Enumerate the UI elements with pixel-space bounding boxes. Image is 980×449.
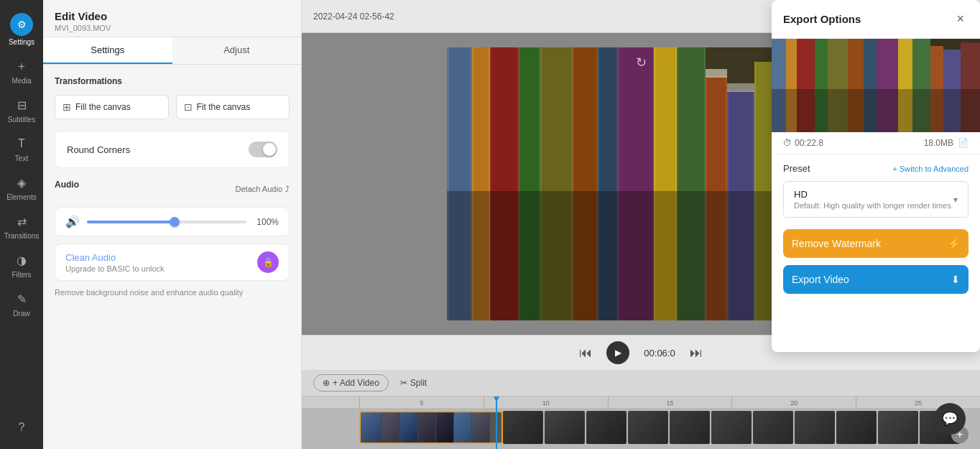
export-close-button[interactable]: × xyxy=(952,10,969,28)
sidebar-item-settings[interactable]: ⚙ Settings xyxy=(0,7,43,52)
add-video-button[interactable]: ⊕ + Add Video xyxy=(313,374,389,392)
ruler-mark-15: 15 xyxy=(608,397,732,408)
export-duration: ⏱ 00:22.8 xyxy=(783,138,823,148)
clip-selected[interactable] xyxy=(359,411,503,444)
round-corners-row: Round Corners xyxy=(55,131,290,168)
detach-audio-label: Detach Audio xyxy=(236,185,282,193)
edit-filename: MVI_0093.MOV xyxy=(55,24,290,32)
ruler-mark-25: 25 xyxy=(856,397,980,408)
clip-7[interactable] xyxy=(753,411,793,444)
skip-forward-button[interactable]: ⏭ xyxy=(690,346,703,361)
clip-1[interactable] xyxy=(503,411,543,444)
clean-audio-lock-badge[interactable]: 🔒 xyxy=(257,251,279,273)
fit-canvas-button[interactable]: ⊡ Fit the canvas xyxy=(176,95,290,119)
ruler-mark-5: 5 xyxy=(359,397,484,408)
play-icon: ▶ xyxy=(615,348,621,358)
preset-chevron-icon: ▾ xyxy=(953,195,958,205)
audio-slider[interactable] xyxy=(87,221,246,223)
sidebar-label-transitions: Transitions xyxy=(4,232,40,240)
clip-10[interactable] xyxy=(878,411,918,444)
export-video-button[interactable]: Export Video ⬇ xyxy=(783,265,969,294)
clip-thumb-1 xyxy=(361,412,382,443)
preset-select-box[interactable]: HD Default: High quality with longer ren… xyxy=(783,181,969,218)
audio-title: Audio xyxy=(55,180,79,190)
skip-back-button[interactable]: ⏮ xyxy=(579,346,592,361)
ruler-mark-10: 10 xyxy=(484,397,608,408)
download-icon: ⬇ xyxy=(951,274,960,285)
sidebar-item-media[interactable]: ＋ Media xyxy=(0,52,43,91)
tab-settings[interactable]: Settings xyxy=(43,37,172,64)
timeline-controls: ⊕ + Add Video ✂ Split xyxy=(302,370,980,397)
add-video-icon: ⊕ xyxy=(323,378,330,388)
rotate-icon: ↻ xyxy=(636,55,647,70)
sidebar-label-elements: Elements xyxy=(6,193,37,201)
file-size-value: 18.0MB xyxy=(924,138,953,148)
sidebar-item-subtitles[interactable]: ⊟ Subtitles xyxy=(0,91,43,129)
clips-row xyxy=(302,408,980,447)
clean-audio-title: Clean Audio xyxy=(65,252,165,263)
file-icon: 📄 xyxy=(958,138,969,148)
chat-bubble-button[interactable]: 💬 xyxy=(934,403,966,435)
lock-icon: 🔒 xyxy=(263,257,274,267)
export-thumb-svg xyxy=(772,39,980,132)
tab-adjust[interactable]: Adjust xyxy=(172,37,302,64)
remove-watermark-label: Remove Watermark xyxy=(792,238,881,249)
detach-audio-icon: ⤴ xyxy=(285,185,290,193)
detach-audio-button[interactable]: Detach Audio ⤴ xyxy=(236,185,290,193)
sidebar-item-elements[interactable]: ◈ Elements xyxy=(0,168,43,207)
sidebar-item-draw[interactable]: ✎ Draw xyxy=(0,284,43,323)
clip-thumb-6 xyxy=(454,412,472,443)
sidebar-label-media: Media xyxy=(11,77,31,85)
clean-audio-subtitle: Upgrade to BASIC to unlock xyxy=(65,264,165,273)
help-button[interactable]: ? xyxy=(0,413,43,442)
subtitles-icon: ⊟ xyxy=(13,96,30,114)
sidebar-label-text: Text xyxy=(15,154,28,162)
duration-value: 00:22.8 xyxy=(795,138,823,148)
export-size-row: 18.0MB 📄 xyxy=(924,138,969,148)
clip-thumb-3 xyxy=(400,412,418,443)
switch-advanced-link[interactable]: + Switch to Advanced xyxy=(893,165,969,173)
export-header: Export Options × xyxy=(772,0,980,39)
fill-canvas-button[interactable]: ⊞ Fill the canvas xyxy=(55,95,169,119)
left-sidebar: ⚙ Settings ＋ Media ⊟ Subtitles T Text ◈ … xyxy=(0,0,43,449)
time-display: 00:06:0 xyxy=(644,348,675,358)
sidebar-label-subtitles: Subtitles xyxy=(8,116,35,124)
clip-2[interactable] xyxy=(545,411,585,444)
play-button[interactable]: ▶ xyxy=(606,341,629,364)
clip-6[interactable] xyxy=(711,411,752,444)
settings-icon: ⚙ xyxy=(10,13,33,36)
fill-canvas-label: Fill the canvas xyxy=(75,102,131,112)
ruler-mark-20: 20 xyxy=(731,397,856,408)
clip-9[interactable] xyxy=(836,411,877,444)
timeline-track: 5 10 15 20 25 xyxy=(302,397,980,449)
export-meta: ⏱ 00:22.8 18.0MB 📄 xyxy=(772,132,980,154)
clip-5[interactable] xyxy=(670,411,710,444)
clip-8[interactable] xyxy=(795,411,835,444)
export-title: Export Options xyxy=(783,13,861,25)
preset-description: Default: High quality with longer render… xyxy=(794,201,951,210)
split-icon: ✂ xyxy=(400,378,407,388)
export-thumbnail xyxy=(772,39,980,132)
remove-watermark-button[interactable]: Remove Watermark ⚡ xyxy=(783,229,969,258)
sidebar-item-filters[interactable]: ◑ Filters xyxy=(0,246,43,284)
round-corners-label: Round Corners xyxy=(67,144,130,155)
toggle-knob xyxy=(263,143,276,156)
svg-rect-33 xyxy=(706,69,727,78)
clip-4[interactable] xyxy=(628,411,668,444)
lightning-icon: ⚡ xyxy=(948,238,960,249)
sidebar-label-settings: Settings xyxy=(9,38,34,46)
sidebar-label-filters: Filters xyxy=(11,271,31,279)
switch-advanced-label: + Switch to Advanced xyxy=(893,165,969,173)
sidebar-item-text[interactable]: T Text xyxy=(0,129,43,168)
volume-icon: 🔊 xyxy=(65,215,80,228)
export-body: Preset + Switch to Advanced HD Default: … xyxy=(772,154,980,302)
split-button[interactable]: ✂ Split xyxy=(400,378,427,388)
svg-rect-50 xyxy=(772,39,980,132)
sidebar-item-transitions[interactable]: ⇄ Transitions xyxy=(0,207,43,246)
round-corners-toggle[interactable] xyxy=(249,142,277,157)
preset-name: HD xyxy=(794,189,951,200)
audio-slider-thumb xyxy=(170,217,180,227)
clip-3[interactable] xyxy=(586,411,627,444)
fill-canvas-icon: ⊞ xyxy=(63,101,71,113)
fit-canvas-icon: ⊡ xyxy=(184,101,193,113)
